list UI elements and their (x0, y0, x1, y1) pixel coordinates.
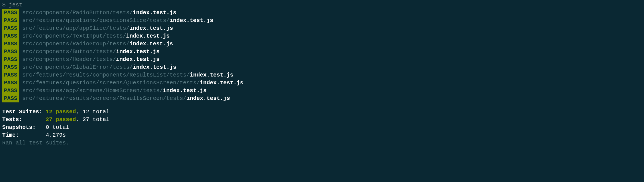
summary-test-suites: Test Suites: 12 passed, 12 total (2, 108, 642, 116)
test-path: src/features/results/components/ResultsL… (22, 71, 233, 79)
summary-tests: Tests: 27 passed, 27 total (2, 116, 642, 124)
test-path: src/features/results/screens/ResultsScre… (22, 95, 230, 102)
test-result-line: PASSsrc/components/Button/tests/index.te… (2, 48, 642, 56)
test-summary: Test Suites: 12 passed, 12 total Tests: … (2, 108, 642, 147)
test-file: index.test.js (116, 56, 160, 63)
pass-badge: PASS (2, 71, 19, 79)
test-path: src/features/app/screens/HomeScreen/test… (22, 87, 206, 95)
test-file: index.test.js (133, 9, 176, 16)
test-result-line: PASSsrc/features/results/components/Resu… (2, 71, 642, 79)
test-file: index.test.js (186, 95, 230, 102)
test-result-line: PASSsrc/components/GlobalError/tests/ind… (2, 63, 642, 71)
test-result-line: PASSsrc/features/questions/screens/Quest… (2, 79, 642, 87)
test-result-line: PASSsrc/components/RadioGroup/tests/inde… (2, 40, 642, 48)
summary-time: Time: 4.279s (2, 131, 642, 139)
test-path: src/components/TextInput/tests/index.tes… (22, 32, 170, 40)
test-file: index.test.js (129, 25, 173, 31)
test-result-line: PASSsrc/components/Header/tests/index.te… (2, 56, 642, 63)
test-file: index.test.js (170, 17, 213, 24)
pass-badge: PASS (2, 79, 19, 87)
test-path: src/features/questions/screens/Questions… (22, 79, 243, 87)
pass-badge: PASS (2, 40, 19, 48)
terminal-output: $ jest PASSsrc/components/RadioButton/te… (2, 1, 642, 147)
test-path: src/features/app/appSlice/tests/index.te… (22, 24, 173, 32)
test-file: index.test.js (163, 87, 206, 94)
pass-badge: PASS (2, 17, 19, 24)
test-file: index.test.js (133, 64, 176, 70)
command-text: jest (9, 2, 22, 8)
test-path: src/components/GlobalError/tests/index.t… (22, 63, 176, 71)
test-result-line: PASSsrc/components/TextInput/tests/index… (2, 32, 642, 40)
test-result-line: PASSsrc/features/app/appSlice/tests/inde… (2, 24, 642, 32)
test-file: index.test.js (129, 41, 173, 47)
summary-snapshots: Snapshots: 0 total (2, 124, 642, 131)
prompt-line: $ jest (2, 1, 642, 9)
test-path: src/components/RadioGroup/tests/index.te… (22, 40, 173, 48)
test-result-line: PASSsrc/features/results/screens/Results… (2, 95, 642, 102)
test-file: index.test.js (190, 72, 233, 78)
pass-badge: PASS (2, 95, 19, 102)
pass-badge: PASS (2, 56, 19, 63)
summary-ran-line: Ran all test suites. (2, 139, 642, 147)
pass-badge: PASS (2, 9, 19, 17)
test-results-list: PASSsrc/components/RadioButton/tests/ind… (2, 9, 642, 102)
test-result-line: PASSsrc/features/questions/questionsSlic… (2, 17, 642, 24)
test-file: index.test.js (116, 48, 160, 55)
prompt-symbol: $ (2, 2, 6, 8)
pass-badge: PASS (2, 87, 19, 95)
pass-badge: PASS (2, 32, 19, 40)
pass-badge: PASS (2, 48, 19, 56)
test-file: index.test.js (200, 80, 243, 86)
test-result-line: PASSsrc/features/app/screens/HomeScreen/… (2, 87, 642, 95)
test-path: src/components/Button/tests/index.test.j… (22, 48, 160, 56)
test-path: src/features/questions/questionsSlice/te… (22, 17, 213, 24)
test-result-line: PASSsrc/components/RadioButton/tests/ind… (2, 9, 642, 17)
test-path: src/components/Header/tests/index.test.j… (22, 56, 160, 63)
pass-badge: PASS (2, 24, 19, 32)
pass-badge: PASS (2, 63, 19, 71)
test-file: index.test.js (126, 33, 170, 39)
test-path: src/components/RadioButton/tests/index.t… (22, 9, 176, 17)
